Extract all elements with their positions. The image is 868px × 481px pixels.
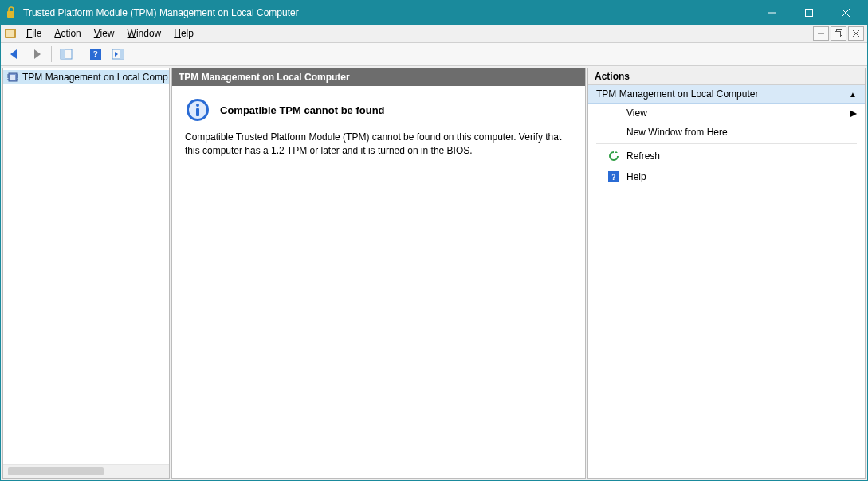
svg-rect-9 [835,32,841,37]
actions-pane: Actions TPM Management on Local Computer… [587,68,866,479]
window-controls [754,1,864,25]
mdi-close-button[interactable] [848,26,864,41]
action-help-label: Help [626,171,646,182]
svg-rect-29 [196,108,199,116]
action-separator [596,143,857,144]
refresh-icon [607,150,620,162]
action-view[interactable]: View ▶ [588,104,865,123]
mdi-minimize-button[interactable] [813,26,829,41]
svg-rect-13 [61,49,65,59]
menu-view[interactable]: View [88,26,121,41]
tpm-app-icon [6,6,18,19]
svg-text:?: ? [93,49,98,60]
window-title: Trusted Platform Module (TPM) Management… [23,7,754,18]
toolbar-separator [51,46,52,62]
collapse-icon: ▲ [849,90,857,99]
menu-window[interactable]: Window [121,26,168,41]
show-hide-tree-button[interactable] [56,44,77,65]
info-icon [185,97,210,123]
tree-node-label: TPM Management on Local Comp [22,72,168,83]
body: TPM Management on Local Comp TPM Managem… [1,66,867,480]
minimize-button[interactable] [754,1,791,25]
mdi-restore-button[interactable] [831,26,846,41]
submenu-arrow-icon: ▶ [850,108,857,119]
app-window: Trusted Platform Module (TPM) Management… [0,0,868,481]
action-view-label: View [626,108,647,119]
svg-rect-0 [7,11,14,18]
menu-file[interactable]: File [20,26,48,41]
svg-rect-19 [10,75,15,80]
action-help[interactable]: ? Help [588,166,865,187]
show-hide-action-pane-button[interactable] [108,44,128,65]
help-icon: ? [607,170,620,183]
mmc-icon [4,27,17,40]
tree: TPM Management on Local Comp [3,68,169,464]
menu-help[interactable]: Help [167,26,200,41]
svg-point-28 [196,104,199,107]
back-button[interactable] [4,44,25,65]
tree-pane: TPM Management on Local Comp [2,68,170,479]
menu-action[interactable]: Action [48,26,87,41]
scrollbar-thumb[interactable] [8,467,104,475]
mdi-controls [813,26,864,41]
message-title: Compatible TPM cannot be found [220,104,385,116]
action-new-window-label: New Window from Here [626,127,728,138]
message-body: Compatible Trusted Platform Module (TPM)… [185,131,572,158]
svg-rect-17 [120,49,124,59]
horizontal-scrollbar[interactable] [3,464,169,478]
titlebar: Trusted Platform Module (TPM) Management… [1,1,867,25]
center-pane: TPM Management on Local Computer Compati… [171,68,586,479]
center-header: TPM Management on Local Computer [172,68,585,86]
actions-group-label: TPM Management on Local Computer [596,88,758,100]
actions-group-header[interactable]: TPM Management on Local Computer ▲ [588,85,865,104]
tree-node-tpm[interactable]: TPM Management on Local Comp [3,70,169,84]
svg-text:?: ? [611,172,616,182]
action-new-window[interactable]: New Window from Here [588,123,865,142]
actions-header: Actions [588,68,865,85]
tpm-chip-icon [6,71,19,84]
message-header: Compatible TPM cannot be found [185,97,572,123]
svg-rect-6 [6,30,14,37]
svg-rect-2 [806,10,813,17]
toolbar: ? [1,43,867,66]
center-content: Compatible TPM cannot be found Compatibl… [172,86,585,478]
maximize-button[interactable] [791,1,827,25]
action-refresh-label: Refresh [626,151,660,162]
action-refresh[interactable]: Refresh [588,146,865,166]
toolbar-separator [81,46,81,62]
menubar: File Action View Window Help [1,25,867,43]
forward-button[interactable] [26,44,47,65]
help-button[interactable]: ? [85,44,106,65]
close-button[interactable] [827,1,864,25]
